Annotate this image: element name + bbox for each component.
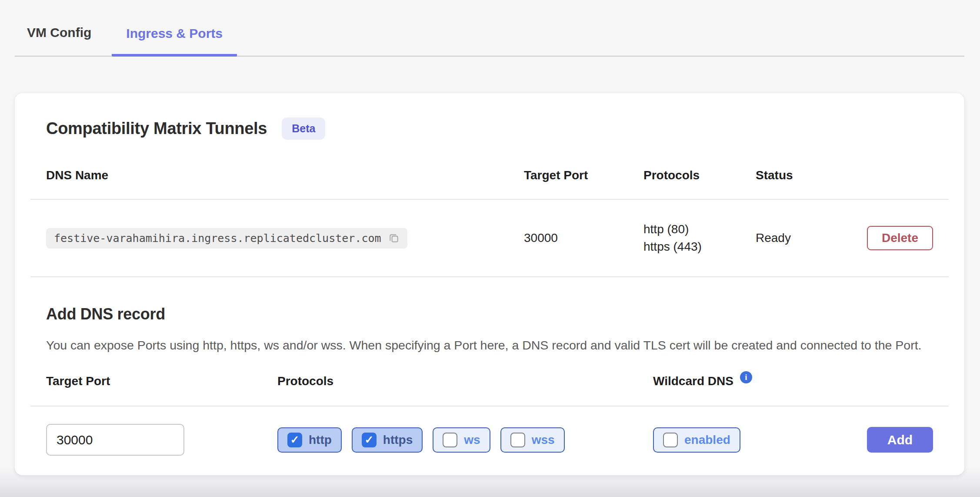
checkbox-wss-box bbox=[510, 433, 525, 447]
checkbox-wildcard-box bbox=[663, 433, 678, 447]
form-label-wildcard-dns: Wildcard DNS i bbox=[653, 374, 859, 388]
target-port-input[interactable] bbox=[46, 424, 184, 456]
add-button[interactable]: Add bbox=[867, 427, 933, 453]
checkbox-http[interactable]: http bbox=[277, 427, 342, 453]
checkbox-ws-box bbox=[443, 433, 457, 447]
dns-name-value: festive-varahamihira.ingress.replicatedc… bbox=[54, 232, 381, 245]
beta-badge: Beta bbox=[282, 118, 325, 140]
checkbox-wss-label: wss bbox=[532, 433, 555, 447]
checkbox-https[interactable]: https bbox=[352, 427, 423, 453]
checkbox-ws[interactable]: ws bbox=[433, 427, 490, 453]
col-header-protocols: Protocols bbox=[643, 168, 756, 182]
checkbox-https-box bbox=[362, 433, 377, 447]
protocol-checkbox-group: http https ws wss bbox=[277, 427, 653, 453]
checkbox-ws-label: ws bbox=[464, 433, 480, 447]
row-protocols: http (80) https (443) bbox=[643, 221, 756, 255]
add-dns-record-description: You can expose Ports using http, https, … bbox=[46, 336, 933, 354]
protocol-http: http (80) bbox=[643, 221, 756, 238]
checkbox-https-label: https bbox=[383, 433, 413, 447]
dns-name-pill: festive-varahamihira.ingress.replicatedc… bbox=[46, 228, 407, 248]
wildcard-dns-label-text: Wildcard DNS bbox=[653, 374, 733, 388]
delete-button[interactable]: Delete bbox=[867, 226, 933, 250]
tab-vm-config[interactable]: VM Config bbox=[27, 25, 91, 56]
copy-icon[interactable] bbox=[388, 232, 400, 244]
add-form-row: http https ws wss enabled Add bbox=[30, 406, 949, 475]
checkbox-wildcard-enabled[interactable]: enabled bbox=[653, 427, 740, 453]
checkbox-http-box bbox=[287, 433, 302, 447]
col-header-target-port: Target Port bbox=[524, 168, 643, 182]
card-title: Compatibility Matrix Tunnels bbox=[46, 119, 267, 138]
info-icon[interactable]: i bbox=[740, 371, 752, 383]
row-status: Ready bbox=[756, 231, 859, 245]
checkbox-wss[interactable]: wss bbox=[500, 427, 565, 453]
checkbox-http-label: http bbox=[309, 433, 332, 447]
add-dns-record-title: Add DNS record bbox=[46, 305, 933, 323]
protocol-https: https (443) bbox=[643, 238, 756, 255]
table-row: festive-varahamihira.ingress.replicatedc… bbox=[30, 200, 949, 277]
tab-bar: VM Config Ingress & Ports bbox=[15, 0, 964, 57]
tunnels-card: Compatibility Matrix Tunnels Beta DNS Na… bbox=[15, 93, 964, 475]
checkbox-wildcard-label: enabled bbox=[684, 433, 730, 447]
row-target-port: 30000 bbox=[524, 231, 643, 245]
add-form-header: Target Port Protocols Wildcard DNS i bbox=[30, 354, 949, 406]
col-header-status: Status bbox=[756, 168, 859, 182]
form-label-protocols: Protocols bbox=[277, 374, 653, 388]
tunnels-table-header: DNS Name Target Port Protocols Status bbox=[30, 140, 949, 200]
tab-ingress-ports[interactable]: Ingress & Ports bbox=[112, 26, 237, 57]
col-header-dns-name: DNS Name bbox=[46, 168, 524, 182]
card-header: Compatibility Matrix Tunnels Beta bbox=[15, 93, 964, 140]
form-label-target-port: Target Port bbox=[46, 374, 277, 388]
